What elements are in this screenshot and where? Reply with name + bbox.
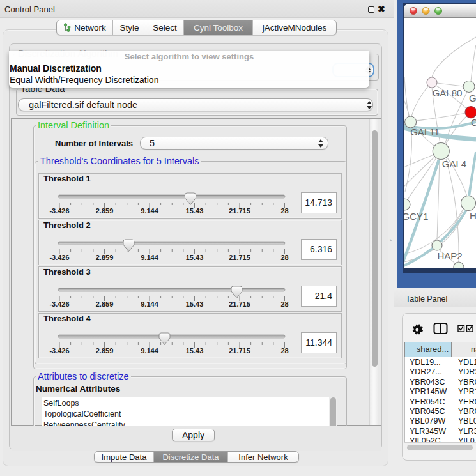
svg-text:28: 28 (280, 207, 288, 215)
svg-text:15.43: 15.43 (186, 254, 204, 261)
svg-text:GAL11: GAL11 (410, 127, 440, 137)
svg-text:9.144: 9.144 (141, 347, 158, 355)
svg-text:G...: G... (469, 93, 476, 104)
svg-text:9.144: 9.144 (141, 254, 158, 261)
svg-text:2.859: 2.859 (96, 207, 114, 215)
svg-text:28: 28 (280, 347, 288, 355)
svg-text:15.43: 15.43 (186, 347, 204, 355)
svg-text:15.43: 15.43 (186, 300, 204, 308)
svg-text:15.43: 15.43 (186, 207, 204, 215)
svg-text:9.144: 9.144 (141, 207, 158, 215)
svg-text:-3.426: -3.426 (49, 207, 69, 215)
svg-text:28: 28 (280, 254, 288, 261)
svg-text:-3.426: -3.426 (49, 254, 69, 261)
svg-text:H: H (470, 210, 476, 221)
svg-text:21.715: 21.715 (229, 300, 250, 308)
svg-text:GCY1: GCY1 (404, 211, 428, 222)
svg-text:C: C (471, 117, 476, 128)
svg-text:HAP2: HAP2 (437, 250, 462, 261)
svg-text:-3.426: -3.426 (49, 347, 69, 355)
svg-text:-3.426: -3.426 (49, 300, 69, 308)
svg-text:2.859: 2.859 (96, 300, 114, 308)
svg-text:GAL4: GAL4 (442, 158, 466, 169)
svg-text:21.715: 21.715 (229, 347, 250, 355)
svg-text:9.144: 9.144 (141, 300, 158, 308)
svg-text:GAL80: GAL80 (433, 88, 463, 98)
svg-text:28: 28 (280, 300, 288, 308)
svg-text:2.859: 2.859 (96, 347, 114, 355)
svg-text:21.715: 21.715 (229, 207, 250, 215)
svg-text:2.859: 2.859 (96, 254, 114, 261)
svg-text:21.715: 21.715 (229, 254, 250, 261)
